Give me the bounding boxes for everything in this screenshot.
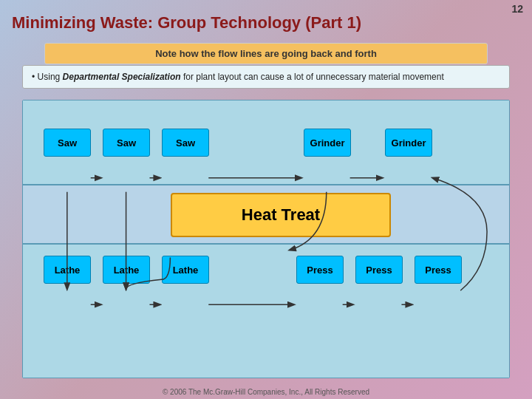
grinder-box-1: Grinder [304, 129, 351, 157]
lathe-box-2: Lathe [103, 256, 150, 284]
note-box: Note how the flow lines are going back a… [44, 43, 488, 64]
diagram-area: Saw Saw Saw Grinder Grinder Heat Treat L… [22, 100, 510, 378]
page-title: Minimizing Waste: Group Technology (Part… [12, 13, 361, 33]
press-box-3: Press [415, 256, 462, 284]
saw-box-3: Saw [162, 129, 209, 157]
lathe-box-3: Lathe [162, 256, 209, 284]
bullet-box: • Using Departmental Specialization for … [22, 65, 510, 89]
press-box-1: Press [296, 256, 344, 284]
grinder-box-2: Grinder [385, 129, 432, 157]
saw-box-1: Saw [44, 129, 91, 157]
page-number: 12 [511, 3, 523, 15]
saw-box-2: Saw [103, 129, 150, 157]
footer: © 2006 The Mc.Graw-Hill Companies, Inc.,… [0, 388, 532, 396]
row-top [23, 100, 509, 185]
lathe-box-1: Lathe [44, 256, 91, 284]
heat-treat-box: Heat Treat [171, 193, 391, 237]
press-box-2: Press [355, 256, 403, 284]
